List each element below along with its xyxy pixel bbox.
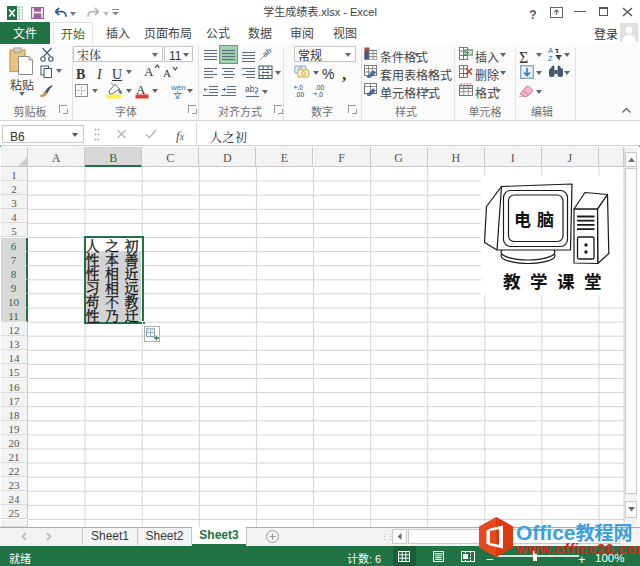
svg-text:电脑: 电脑 [514, 206, 560, 231]
svg-text:A: A [163, 66, 171, 78]
svg-text:文: 文 [173, 89, 182, 100]
svg-text:A: A [144, 64, 154, 78]
svg-text:.00: .00 [295, 91, 304, 98]
svg-text:教学课堂: 教学课堂 [503, 268, 611, 293]
svg-text:.0: .0 [318, 91, 324, 98]
svg-text:A: A [136, 82, 146, 98]
svg-text:Z: Z [548, 54, 553, 62]
svg-text:ab: ab [245, 84, 255, 94]
